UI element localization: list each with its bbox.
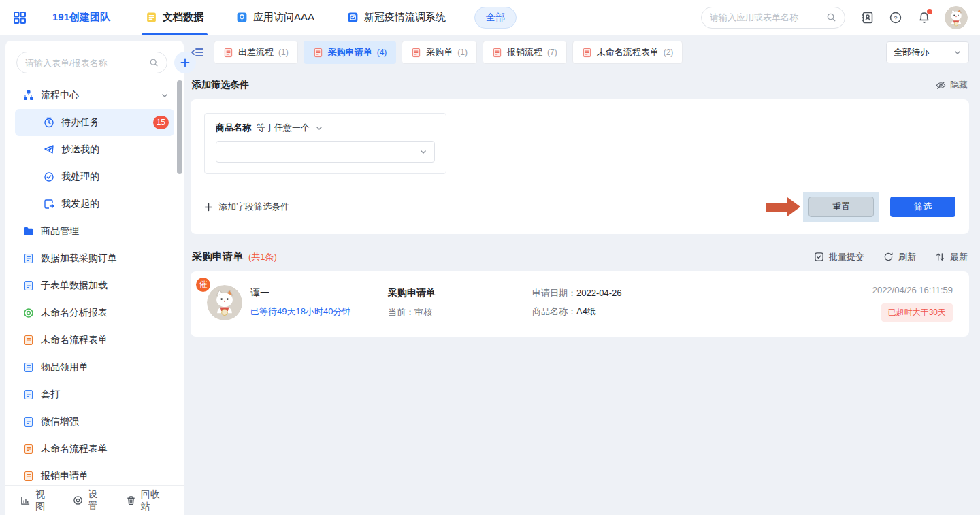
sidebar-item-form[interactable]: 未命名流程表单 [15,435,174,463]
flow-doc-icon [492,48,502,58]
help-icon[interactable]: ? [889,11,902,24]
add-field-condition-button[interactable]: 添加字段筛选条件 [204,201,289,213]
field-value: 2022-04-26 [576,288,622,298]
form-doc-blue-icon [23,416,34,427]
item-label: 未命名流程表单 [41,443,108,455]
bar-chart-icon [20,495,31,505]
filter-tab-purchase-order[interactable]: 采购单 (1) [402,41,477,64]
batch-submit-button[interactable]: 批量提交 [814,251,864,263]
folder-icon [23,226,34,237]
filter-tab-reimbursement[interactable]: 报销流程 (7) [483,41,567,64]
all-apps-pill[interactable]: 全部 [474,7,517,29]
clock-icon [44,117,54,128]
tab-doc-data[interactable]: 文档数据 [129,0,220,35]
contacts-icon[interactable] [860,11,874,24]
global-search[interactable] [701,7,845,29]
filter-header: 添加筛选条件 隐藏 [191,79,969,91]
settings-button[interactable]: 设置 [73,488,106,513]
sidebar-item-todo-tasks[interactable]: 待办任务 15 [15,109,174,136]
sidebar-item-product-management[interactable]: 商品管理 [15,218,174,245]
refresh-icon [883,252,894,262]
task-field-row: 申请日期：2022-04-26 [532,287,622,299]
tab-app-access[interactable]: 应用访问AAA [220,0,331,35]
filter-title: 添加筛选条件 [192,79,249,91]
item-label: 商品管理 [41,225,79,237]
footer-label: 设置 [88,488,106,513]
condition-value-input[interactable] [223,147,419,157]
sidebar-item-form[interactable]: 套打 [15,381,174,408]
sidebar-item-processed-by-me[interactable]: 我处理的 [15,163,174,190]
tab-label: 新冠疫情流调系统 [364,11,446,24]
hide-filter-button[interactable]: 隐藏 [936,79,968,91]
task-owner-name: 谭一 [250,287,388,299]
sidebar-item-form[interactable]: 子表单数据加载 [15,272,174,299]
item-label: 套打 [41,388,60,401]
task-timestamp: 2022/04/26 16:11:59 [872,285,953,295]
sidebar-item-form[interactable]: 微信增强 [15,408,174,435]
global-search-input[interactable] [710,12,821,22]
footer-label: 视图 [35,488,54,513]
scope-select[interactable]: 全部待办 [886,41,969,63]
recycle-bin-button[interactable]: 回收站 [126,488,169,513]
sidebar-scrollbar[interactable] [177,80,182,174]
reset-button[interactable]: 重置 [808,197,874,217]
sidebar-item-initiated-by-me[interactable]: 我发起的 [15,190,174,218]
footer-label: 回收站 [141,488,169,513]
eye-off-icon [936,80,946,90]
task-field-row: 商品名称：A4纸 [532,305,622,318]
sidebar-item-report[interactable]: 未命名分析报表 [15,299,174,327]
sort-newest-button[interactable]: 最新 [935,251,968,263]
add-form-button[interactable] [174,52,196,73]
sidebar-search-input[interactable] [25,58,145,68]
org-chart-icon [23,90,34,101]
plus-icon [204,203,213,212]
chevron-down-icon [419,148,427,156]
sidebar-item-form[interactable]: 数据加载采购订单 [15,245,174,272]
toolbar-label: 批量提交 [829,251,864,263]
divider [37,12,37,24]
refresh-button[interactable]: 刷新 [883,251,916,263]
item-label: 未命名流程表单 [41,334,108,346]
notification-bell-icon[interactable] [917,11,931,24]
chevron-down-icon [161,91,169,99]
apps-grid-icon[interactable] [12,10,27,25]
sidebar-item-cc-to-me[interactable]: 抄送我的 [15,136,174,163]
views-button[interactable]: 视图 [20,488,54,513]
filter-tab-purchase-request[interactable]: 采购申请单 (4) [304,41,397,64]
tab-count: (4) [377,48,387,57]
sidebar-search[interactable] [16,52,167,73]
sidebar-item-form[interactable]: 物品领用单 [15,354,174,381]
toolbar-label: 最新 [950,251,968,263]
condition-label-row[interactable]: 商品名称 等于任意一个 [216,122,435,134]
sidebar-item-form[interactable]: 报销申请单 [15,463,174,485]
sidebar-group-process-center[interactable]: 流程中心 [15,82,174,109]
tab-label: 采购单 [426,46,453,59]
sidebar-item-form[interactable]: 未命名流程表单 [15,327,174,354]
tab-count: (7) [547,48,557,57]
filter-panel: 商品名称 等于任意一个 添 [191,99,969,234]
content-shell: 流程中心 待办任务 15 抄送我的 [0,35,980,515]
user-avatar[interactable] [945,6,968,29]
flow-doc-icon [313,48,323,58]
form-doc-blue-icon [23,253,34,264]
filter-tab-business-trip[interactable]: 出差流程 (1) [214,41,298,64]
condition-value-select[interactable] [216,141,435,163]
toolbar-label: 刷新 [898,251,916,263]
item-label: 未命名分析报表 [41,307,108,319]
task-card[interactable]: 催 谭一 已等待49天18小时40分钟 采购申请单 当前：审核 申请日期：202… [191,271,969,337]
team-name[interactable]: 191创建团队 [52,11,110,24]
task-avatar [207,285,242,320]
flow-doc-icon [582,48,592,58]
group-label: 流程中心 [41,89,79,101]
report-donut-icon [23,308,34,318]
field-value: A4纸 [576,306,596,316]
item-label: 待办任务 [61,116,99,129]
tab-label: 出差流程 [238,46,274,59]
tab-covid-system[interactable]: 新冠疫情流调系统 [331,0,462,35]
search-icon [826,12,836,22]
item-label: 报销申请单 [41,470,88,482]
filter-tab-unnamed-flow-form[interactable]: 未命名流程表单 (2) [572,41,683,64]
task-list-toolbar: 批量提交 刷新 最新 [814,251,968,263]
item-label: 微信增强 [41,416,79,428]
apply-filter-button[interactable]: 筛选 [890,197,956,217]
